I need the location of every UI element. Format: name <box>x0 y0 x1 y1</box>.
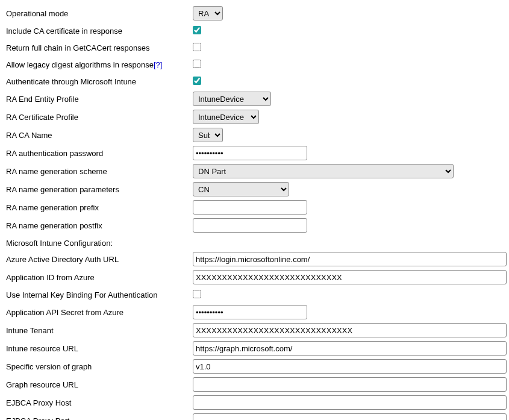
label-ra-auth-password: RA authentication password <box>6 149 193 158</box>
use-internal-key-checkbox[interactable] <box>193 290 201 298</box>
ms-intune-config-heading: Microsoft Intune Configuration: <box>6 239 113 248</box>
label-intune-tenant: Intune Tenant <box>6 326 193 335</box>
ra-name-params-select[interactable]: CN <box>193 182 289 196</box>
ra-name-postfix-input[interactable] <box>193 218 307 233</box>
include-ca-cert-checkbox[interactable] <box>193 26 201 34</box>
label-auth-ms-intune: Authenticate through Microsoft Intune <box>6 77 193 86</box>
ra-auth-password-input[interactable] <box>193 146 307 160</box>
intune-tenant-input[interactable] <box>193 323 507 337</box>
label-graph-resource-url: Graph resource URL <box>6 380 193 389</box>
label-app-api-secret: Application API Secret from Azure <box>6 308 193 317</box>
app-api-secret-input[interactable] <box>193 305 307 319</box>
label-app-id-azure: Application ID from Azure <box>6 273 193 282</box>
label-allow-legacy-digest: Allow legacy digest algorithms in respon… <box>6 60 193 69</box>
azure-ad-auth-url-input[interactable] <box>193 252 507 266</box>
ra-cert-profile-select[interactable]: IntuneDevice <box>193 110 259 124</box>
intune-resource-url-input[interactable] <box>193 341 507 356</box>
label-return-full-chain: Return full chain in GetCACert responses <box>6 43 193 52</box>
label-intune-resource-url: Intune resource URL <box>6 344 193 353</box>
auth-ms-intune-checkbox[interactable] <box>193 77 201 85</box>
ra-end-entity-select[interactable]: IntuneDevice <box>193 92 271 106</box>
ra-name-prefix-input[interactable] <box>193 200 307 215</box>
allow-legacy-digest-checkbox[interactable] <box>193 60 201 68</box>
label-ejbca-proxy-host: EJBCA Proxy Host <box>6 398 193 407</box>
label-ra-name-prefix: RA name generation prefix <box>6 203 193 212</box>
app-id-azure-input[interactable] <box>193 270 507 284</box>
ra-ca-name-select[interactable]: Sub <box>193 128 223 142</box>
specific-version-graph-input[interactable] <box>193 359 507 374</box>
label-ra-cert-profile: RA Certificate Profile <box>6 113 193 122</box>
label-ejbca-proxy-port: EJBCA Proxy Port <box>6 416 193 421</box>
label-ra-ca-name: RA CA Name <box>6 131 193 140</box>
label-specific-version-graph: Specific version of graph <box>6 362 193 371</box>
label-ra-name-postfix: RA name generation postfix <box>6 221 193 230</box>
graph-resource-url-input[interactable] <box>193 377 507 392</box>
label-operational-mode: Operational mode <box>6 9 193 18</box>
label-ra-name-scheme: RA name generation scheme <box>6 167 193 176</box>
ra-name-scheme-select[interactable]: DN Part <box>193 164 454 178</box>
label-include-ca-cert: Include CA certificate in response <box>6 27 193 36</box>
ejbca-proxy-port-input[interactable] <box>193 413 507 420</box>
label-azure-ad-auth-url: Azure Active Directory Auth URL <box>6 255 193 264</box>
config-form: Operational mode RA Include CA certifica… <box>6 6 509 420</box>
help-link[interactable]: [?] <box>154 60 162 69</box>
label-ra-name-params: RA name generation parameters <box>6 185 193 194</box>
label-ra-end-entity: RA End Entity Profile <box>6 95 193 104</box>
operational-mode-select[interactable]: RA <box>193 6 223 20</box>
return-full-chain-checkbox[interactable] <box>193 43 201 51</box>
ejbca-proxy-host-input[interactable] <box>193 395 507 410</box>
label-use-internal-key: Use Internal Key Binding For Authenticat… <box>6 290 193 299</box>
